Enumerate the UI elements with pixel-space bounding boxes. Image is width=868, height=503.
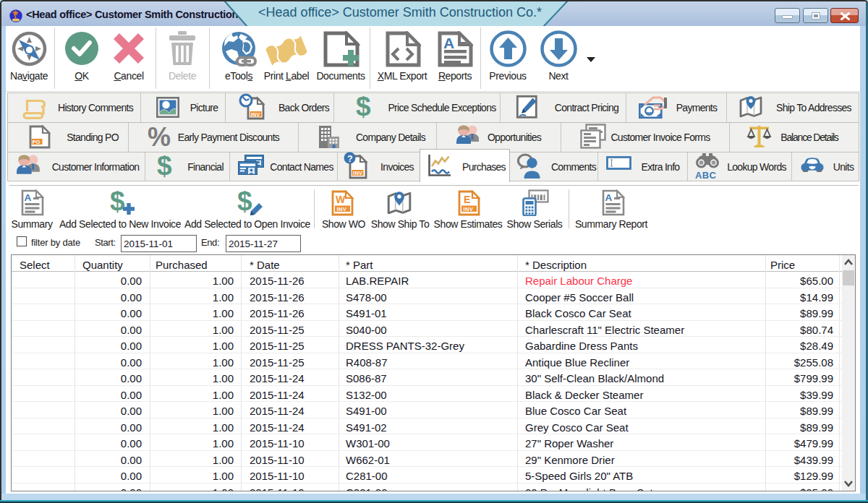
- svg-text:A: A: [443, 35, 454, 51]
- svg-text:PO: PO: [33, 139, 41, 145]
- svg-text:W: W: [336, 194, 346, 205]
- svg-text:A: A: [605, 192, 613, 203]
- svg-text:INV: INV: [251, 112, 260, 117]
- svg-text:E: E: [464, 194, 470, 205]
- svg-text:?: ?: [347, 154, 353, 164]
- svg-text:INV: INV: [337, 206, 347, 212]
- svg-text:A: A: [25, 192, 32, 203]
- svg-text:INV: INV: [464, 206, 474, 212]
- svg-text:ABC: ABC: [695, 170, 717, 179]
- svg-text:INV: INV: [353, 170, 362, 176]
